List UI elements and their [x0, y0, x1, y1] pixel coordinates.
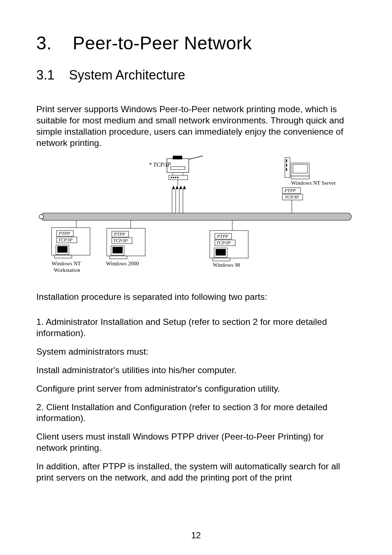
svg-point-7: [171, 177, 172, 178]
chapter-title: 3. Peer-to-Peer Network: [36, 33, 356, 54]
svg-text:TCP/IP: TCP/IP: [216, 240, 231, 245]
svg-rect-51: [113, 247, 123, 253]
svg-text:Windows 98: Windows 98: [213, 262, 240, 268]
svg-point-8: [173, 177, 174, 178]
nt-server-ptpp: PTPP: [284, 188, 296, 193]
workstation-nt: PTPP TCP/IP: [52, 228, 90, 258]
svg-text:Workstation: Workstation: [54, 267, 80, 273]
network-diagram: * TCP/IP Windows NT Server PTPP: [36, 156, 356, 283]
admins-must-paragraph: System administrators must:: [36, 346, 356, 358]
svg-rect-19: [286, 168, 287, 171]
svg-text:TCP/IP: TCP/IP: [58, 237, 73, 242]
svg-text:PTPP: PTPP: [217, 233, 228, 239]
svg-rect-42: [54, 255, 72, 258]
nt-server-label: Windows NT Server: [291, 180, 336, 186]
svg-marker-15: [183, 185, 186, 189]
section-title-text: System Architecture: [69, 68, 185, 82]
svg-text:PTPP: PTPP: [114, 231, 125, 237]
printer-icon: [167, 156, 203, 180]
svg-text:Windows NT: Windows NT: [52, 261, 81, 266]
svg-point-10: [177, 177, 179, 178]
svg-rect-30: [41, 213, 351, 220]
chapter-number: 3.: [36, 33, 52, 53]
svg-text:Windows 2000: Windows 2000: [106, 261, 139, 266]
svg-rect-61: [213, 258, 230, 261]
separated-paragraph: Installation procedure is separated into…: [36, 291, 356, 303]
svg-text:TCP/IP: TCP/IP: [113, 238, 128, 243]
svg-point-9: [175, 177, 176, 178]
printer-label: * TCP/IP: [149, 162, 171, 168]
svg-rect-22: [291, 176, 309, 179]
configure-ps-paragraph: Configure print server from administrato…: [36, 383, 356, 395]
svg-rect-1: [173, 156, 182, 159]
nt-server-icon: [285, 158, 309, 179]
in-addition-paragraph: In addition, after PTPP is installed, th…: [36, 461, 356, 483]
svg-marker-14: [179, 185, 182, 189]
workstation-98: PTPP TCP/IP: [210, 230, 248, 261]
workstation-2000: PTPP TCP/IP: [107, 228, 145, 259]
svg-rect-60: [216, 249, 226, 256]
svg-line-3: [189, 156, 203, 159]
svg-rect-17: [286, 159, 287, 162]
install-admin-paragraph: Install administrator's utilities into h…: [36, 365, 356, 376]
chapter-title-text: Peer-to-Peer Network: [73, 33, 252, 53]
item1-paragraph: 1. Administrator Installation and Setup …: [36, 317, 356, 339]
svg-rect-18: [286, 164, 287, 167]
network-bus: [39, 213, 351, 220]
svg-rect-21: [293, 164, 307, 173]
client-must-paragraph: Client users must install Windows PTPP d…: [36, 431, 356, 454]
svg-rect-16: [285, 158, 290, 177]
svg-rect-2: [171, 167, 185, 170]
arrows-up: [172, 185, 186, 189]
section-number: 3.1: [36, 68, 54, 82]
svg-point-31: [39, 215, 44, 219]
item2-paragraph: 2. Client Installation and Configuration…: [36, 402, 356, 424]
svg-marker-13: [176, 185, 179, 189]
section-title: 3.1 System Architecture: [36, 68, 356, 83]
svg-marker-12: [172, 185, 175, 189]
svg-rect-52: [110, 256, 127, 259]
nt-server-tcpip: TCP/IP: [285, 194, 299, 200]
svg-text:PTPP: PTPP: [58, 230, 70, 236]
svg-rect-41: [57, 246, 68, 253]
page-number: 12: [191, 530, 201, 540]
intro-paragraph: Print server supports Windows Peer-to-Pe…: [36, 104, 356, 148]
